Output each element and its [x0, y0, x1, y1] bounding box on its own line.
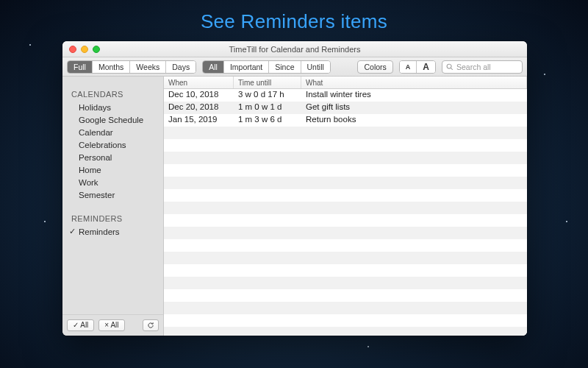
filter-seg-since[interactable]: Since	[269, 61, 301, 73]
search-field[interactable]: Search all	[442, 60, 523, 74]
column-header-when[interactable]: When	[164, 77, 234, 88]
table-row-empty	[164, 152, 527, 164]
view-seg-months[interactable]: Months	[93, 61, 130, 73]
cell-what: Install winter tires	[301, 89, 527, 102]
check-all-button[interactable]: ✓ All	[67, 319, 94, 331]
sidebar-calendar-item[interactable]: Holidays	[62, 101, 163, 113]
cell-until: 3 w 0 d 17 h	[234, 89, 301, 102]
cell-until: 1 m 3 w 6 d	[234, 114, 301, 127]
font-size-segment: A A	[399, 60, 436, 74]
cell-when: Jan 15, 2019	[164, 114, 234, 127]
uncheck-all-button[interactable]: × All	[98, 319, 124, 331]
table-row-empty	[164, 289, 527, 302]
cell-what: Get gift lists	[301, 102, 527, 114]
table-row[interactable]: Dec 10, 20183 w 0 d 17 hInstall winter t…	[164, 89, 527, 102]
window-title: TimeTill for Calendar and Reminders	[62, 45, 527, 54]
cell-until: 1 m 0 w 1 d	[234, 102, 301, 114]
table-row-empty	[164, 314, 527, 327]
zoom-window-button[interactable]	[93, 46, 100, 53]
sidebar-header-reminders: REMINDERS	[62, 210, 163, 225]
search-placeholder: Search all	[456, 63, 491, 71]
search-icon	[446, 63, 453, 71]
sidebar-footer: ✓ All × All	[62, 314, 163, 336]
filter-seg-untill[interactable]: Untill	[301, 61, 330, 73]
column-header-until[interactable]: Time untill	[234, 77, 301, 88]
table-row-empty	[164, 227, 527, 239]
view-seg-days[interactable]: Days	[166, 61, 196, 73]
sidebar-reminder-item[interactable]: Reminders	[62, 225, 163, 238]
font-larger-button[interactable]: A	[417, 61, 435, 73]
sidebar-calendar-item[interactable]: Semester	[62, 188, 163, 201]
table-row-empty	[164, 252, 527, 264]
font-smaller-button[interactable]: A	[400, 61, 417, 73]
marketing-headline: See Reminders items	[0, 0, 588, 33]
sidebar-calendar-item[interactable]: Google Schedule	[62, 113, 163, 126]
table-row-empty	[164, 214, 527, 227]
table-row-empty	[164, 202, 527, 214]
table-row[interactable]: Dec 20, 20181 m 0 w 1 dGet gift lists	[164, 102, 527, 114]
column-header-what[interactable]: What	[301, 77, 527, 88]
cell-when: Dec 10, 2018	[164, 89, 234, 102]
view-mode-segment: FullMonthsWeeksDays	[67, 60, 196, 74]
colors-button[interactable]: Colors	[357, 60, 392, 74]
table-row-empty	[164, 327, 527, 336]
view-seg-full[interactable]: Full	[68, 61, 93, 73]
view-seg-weeks[interactable]: Weeks	[130, 61, 166, 73]
sidebar: CALENDARS HolidaysGoogle ScheduleCalenda…	[62, 77, 164, 336]
events-table: When Time untill What Dec 10, 20183 w 0 …	[164, 77, 527, 336]
table-row-empty	[164, 239, 527, 252]
table-row-empty	[164, 127, 527, 139]
titlebar: TimeTill for Calendar and Reminders	[62, 41, 527, 57]
table-row-empty	[164, 164, 527, 177]
table-row-empty	[164, 189, 527, 202]
close-window-button[interactable]	[69, 46, 76, 53]
table-row-empty	[164, 264, 527, 277]
sidebar-calendar-item[interactable]: Work	[62, 176, 163, 188]
cell-what: Return books	[301, 114, 527, 127]
refresh-icon	[147, 322, 154, 329]
app-window: TimeTill for Calendar and Reminders Full…	[62, 41, 527, 336]
filter-seg-all[interactable]: All	[203, 61, 224, 73]
sidebar-calendar-item[interactable]: Celebrations	[62, 138, 163, 151]
filter-segment: AllImportantSinceUntill	[202, 60, 331, 74]
sidebar-calendar-item[interactable]: Calendar	[62, 126, 163, 138]
minimize-window-button[interactable]	[81, 46, 88, 53]
table-header: When Time untill What	[164, 77, 527, 89]
table-row-empty	[164, 177, 527, 189]
sidebar-calendar-item[interactable]: Personal	[62, 151, 163, 163]
table-row-empty	[164, 139, 527, 152]
table-row-empty	[164, 302, 527, 314]
filter-seg-important[interactable]: Important	[224, 61, 269, 73]
refresh-button[interactable]	[143, 319, 159, 331]
toolbar: FullMonthsWeeksDays AllImportantSinceUnt…	[62, 57, 527, 77]
cell-when: Dec 20, 2018	[164, 102, 234, 114]
sidebar-calendar-item[interactable]: Home	[62, 163, 163, 176]
sidebar-header-calendars: CALENDARS	[62, 85, 163, 101]
table-row-empty	[164, 277, 527, 289]
table-row[interactable]: Jan 15, 20191 m 3 w 6 dReturn books	[164, 114, 527, 127]
